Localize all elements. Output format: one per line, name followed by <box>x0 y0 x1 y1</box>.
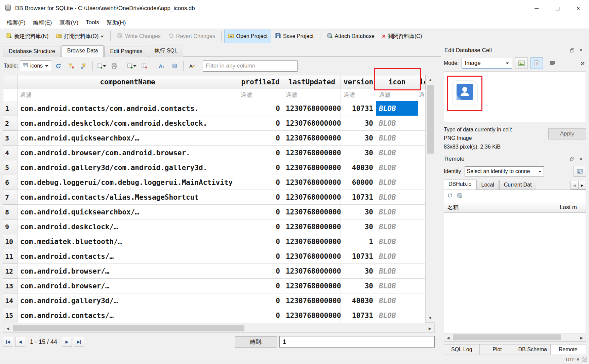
open-project-button[interactable]: Open Project <box>224 30 271 43</box>
tab-sql-log[interactable]: SQL Log <box>444 345 480 355</box>
row-number[interactable]: 14 <box>3 293 17 308</box>
scroll-left-button[interactable]: ◀ <box>3 324 12 332</box>
tab-browse-data[interactable]: Browse Data <box>62 45 104 57</box>
table-row[interactable]: 8 com.android.quicksearchbox/… 0 1230768… <box>3 205 426 219</box>
vscroll-thumb[interactable] <box>427 85 434 154</box>
scroll-up-button[interactable]: ▲ <box>426 75 435 84</box>
close-panel-button[interactable]: × <box>577 47 585 54</box>
cell-lastUpdated[interactable]: 1230768000000 <box>283 308 341 323</box>
cell-profileId[interactable]: 0 <box>238 146 283 160</box>
table-row[interactable]: 5 com.android.gallery3d/com.android.gall… <box>3 160 426 175</box>
cell-lastUpdated[interactable]: 1230768000000 <box>283 146 341 160</box>
scroll-left-button[interactable]: ◀ <box>444 333 452 342</box>
cell-clipped[interactable] <box>418 175 426 190</box>
cell-version[interactable]: 30 <box>341 205 376 219</box>
cell-lastUpdated[interactable]: 1230768000000 <box>283 205 341 219</box>
filter-icon[interactable]: 過濾 <box>376 89 418 101</box>
filter-lastUpdated[interactable]: 過濾 <box>283 89 341 101</box>
delete-record-button[interactable] <box>139 60 150 72</box>
row-number[interactable]: 12 <box>3 264 17 279</box>
tab-edit-pragmas[interactable]: Edit Pragmas <box>104 46 148 57</box>
cell-version[interactable]: 60000 <box>341 175 376 190</box>
revert-changes-button[interactable]: Revert Changes <box>164 30 219 43</box>
cell-clipped[interactable] <box>418 160 426 175</box>
row-number[interactable]: 10 <box>3 234 17 249</box>
remote-column-last-modified[interactable]: Last m <box>557 204 586 211</box>
row-number[interactable]: 13 <box>3 279 17 293</box>
cell-clipped[interactable] <box>418 116 426 131</box>
maximize-button[interactable] <box>547 0 568 16</box>
hscroll-thumb[interactable] <box>13 325 244 331</box>
cell-icon-blob[interactable]: BLOB <box>376 160 418 175</box>
menu-help[interactable]: 幫助(H) <box>103 17 130 28</box>
float-panel-button[interactable] <box>568 155 577 163</box>
refresh-button[interactable] <box>53 60 64 72</box>
save-project-button[interactable]: Save Project <box>271 30 317 43</box>
cell-icon-blob[interactable]: BLOB <box>376 293 418 308</box>
tab-db-schema[interactable]: DB Schema <box>515 345 551 355</box>
attach-database-button[interactable]: Attach Database <box>323 30 378 43</box>
filter-clipped[interactable]: 過濾 <box>418 89 426 101</box>
cell-profileId[interactable]: 0 <box>238 234 283 249</box>
cell-clipped[interactable] <box>418 279 426 293</box>
tab-database-structure[interactable]: Database Structure <box>3 46 61 57</box>
cell-clipped[interactable] <box>418 234 426 249</box>
cell-profileId[interactable]: 0 <box>238 116 283 131</box>
cell-profileId[interactable]: 0 <box>238 308 283 323</box>
cell-clipped[interactable] <box>418 190 426 205</box>
cell-componentName[interactable]: com.android.contacts/alias.MessageShortc… <box>17 190 238 205</box>
cell-profileId[interactable]: 0 <box>238 249 283 264</box>
cell-componentName[interactable]: com.android.deskclock/com.android.deskcl… <box>17 116 238 131</box>
cell-profileId[interactable]: 0 <box>238 131 283 146</box>
close-panel-button[interactable]: × <box>577 155 585 163</box>
encoding-button[interactable] <box>169 60 180 72</box>
edit-cell-button[interactable]: A <box>187 60 198 72</box>
row-number[interactable]: 15 <box>3 308 17 323</box>
grid-corner[interactable] <box>3 75 17 89</box>
cell-lastUpdated[interactable]: 1230768000000 <box>283 101 341 116</box>
cell-version[interactable]: 30 <box>341 131 376 146</box>
table-row[interactable]: 3 com.android.quicksearchbox/… 0 1230768… <box>3 131 426 146</box>
table-row[interactable]: 11 com.android.contacts/… 0 123076800000… <box>3 249 426 264</box>
open-database-button[interactable]: 打開資料庫(O) <box>52 30 108 43</box>
table-row[interactable]: 7 com.android.contacts/alias.MessageShor… <box>3 190 426 205</box>
remote-column-name[interactable]: 名稱 <box>444 204 557 211</box>
menu-edit[interactable]: 編輯(E) <box>29 17 56 28</box>
cell-clipped[interactable] <box>418 249 426 264</box>
table-row[interactable]: 6 com.debug.loggerui/com.debug.loggerui.… <box>3 175 426 190</box>
cell-componentName[interactable]: com.android.gallery3d/com.android.galler… <box>17 160 238 175</box>
scroll-right-button[interactable]: ▶ <box>426 324 434 332</box>
goto-record-input[interactable] <box>279 336 435 348</box>
cell-icon-blob[interactable]: BLOB <box>376 205 418 219</box>
cell-icon-blob[interactable]: BLOB <box>376 219 418 234</box>
cell-componentName[interactable]: com.android.contacts/… <box>17 249 238 264</box>
scroll-down-button[interactable]: ▼ <box>426 314 435 322</box>
cell-version[interactable]: 10731 <box>341 101 376 116</box>
cell-lastUpdated[interactable]: 1230768000000 <box>283 279 341 293</box>
row-number[interactable]: 1 <box>3 101 17 116</box>
import-certificate-button[interactable] <box>574 166 586 177</box>
row-number[interactable]: 4 <box>3 146 17 160</box>
new-database-button[interactable]: 新建資料庫(N) <box>2 30 52 43</box>
minimize-button[interactable] <box>526 0 547 16</box>
filter-version[interactable]: 過濾 <box>341 89 376 101</box>
cell-profileId[interactable]: 0 <box>238 279 283 293</box>
cell-version[interactable]: 30 <box>341 116 376 131</box>
close-button[interactable]: × <box>568 0 589 16</box>
row-number[interactable]: 2 <box>3 116 17 131</box>
tab-scroll-right-button[interactable]: ▶ <box>578 181 586 190</box>
table-row[interactable]: 13 com.android.browser/… 0 1230768000000… <box>3 279 426 293</box>
table-row[interactable]: 2 com.android.deskclock/com.android.desk… <box>3 116 426 131</box>
filter-profileId[interactable]: 過濾 <box>238 89 283 101</box>
table-row[interactable]: 1 com.android.contacts/com.android.conta… <box>3 101 426 116</box>
table-row[interactable]: 9 com.android.deskclock/… 0 123076800000… <box>3 219 426 234</box>
image-mode-button[interactable] <box>515 57 527 69</box>
cell-icon-blob[interactable]: BLOB <box>376 175 418 190</box>
export-table-button[interactable] <box>96 60 107 72</box>
cell-version[interactable]: 10731 <box>341 249 376 264</box>
cell-componentName[interactable]: com.android.quicksearchbox/… <box>17 131 238 146</box>
table-row[interactable]: 10 com.mediatek.bluetooth/… 0 1230768000… <box>3 234 426 249</box>
tab-plot[interactable]: Plot <box>480 345 515 355</box>
print-button[interactable] <box>109 60 120 72</box>
text-mode-button[interactable] <box>531 57 543 69</box>
